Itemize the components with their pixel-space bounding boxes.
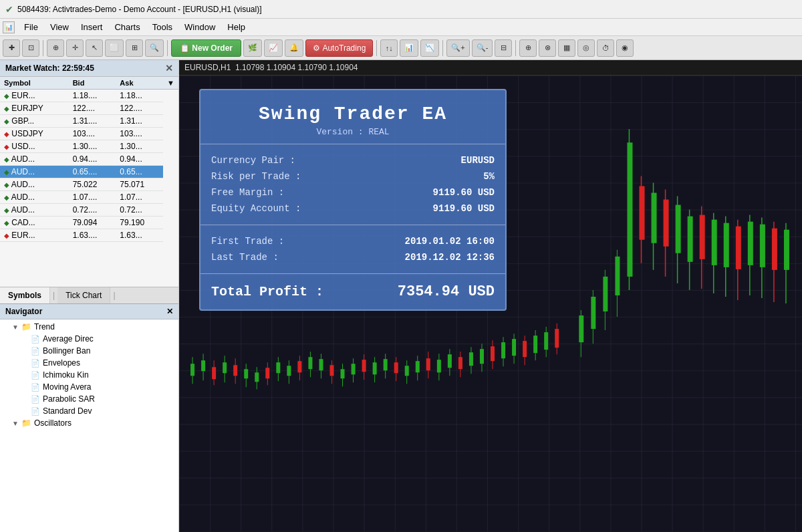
market-row[interactable]: ◆ EURJPY 122.... 122.... bbox=[0, 102, 178, 115]
svg-rect-75 bbox=[591, 297, 595, 329]
toolbar-btn-11[interactable]: ▦ bbox=[558, 39, 575, 57]
market-row[interactable]: ◆ EUR... 1.63.... 1.63... bbox=[0, 229, 178, 242]
market-row-symbol: ◆ AUD... bbox=[0, 166, 69, 178]
indicator-icon: 📄 bbox=[31, 347, 40, 356]
market-row[interactable]: ◆ AUD... 0.94.... 0.94... bbox=[0, 153, 178, 166]
menu-file[interactable]: File bbox=[19, 21, 43, 33]
market-row-symbol: ◆ AUD... bbox=[0, 191, 69, 204]
toolbar-btn-rect[interactable]: ⬜ bbox=[105, 39, 124, 57]
menu-charts[interactable]: Charts bbox=[109, 21, 145, 33]
indicator-icon: 📄 bbox=[31, 371, 40, 380]
toolbar-btn-grid[interactable]: ⊞ bbox=[126, 39, 143, 57]
nav-item-label: Average Direc bbox=[43, 334, 94, 344]
direction-icon: ◆ bbox=[4, 156, 9, 163]
direction-icon: ◆ bbox=[4, 130, 9, 138]
svg-rect-15 bbox=[255, 372, 259, 382]
svg-rect-33 bbox=[352, 364, 356, 374]
menu-view[interactable]: View bbox=[45, 21, 74, 33]
navigator-close[interactable]: ✕ bbox=[166, 307, 173, 316]
nav-item-label: Oscillators bbox=[34, 418, 72, 428]
nav-tree-item[interactable]: 📄 Envelopes bbox=[0, 357, 178, 369]
svg-rect-49 bbox=[437, 360, 441, 372]
svg-rect-103 bbox=[760, 225, 765, 267]
toolbar-chart-2[interactable]: 📊 bbox=[400, 39, 418, 57]
market-row-bid: 1.07.... bbox=[69, 191, 116, 204]
app-icon: 📊 bbox=[3, 21, 15, 33]
toolbar-btn-8[interactable]: ⊟ bbox=[495, 39, 512, 57]
main-layout: Market Watch: 22:59:45 ✕ Symbol Bid Ask … bbox=[0, 60, 802, 532]
market-row[interactable]: ◆ USDJPY 103.... 103.... bbox=[0, 128, 178, 140]
toolbar-btn-last[interactable]: ◉ bbox=[616, 39, 634, 57]
market-row-bid: 1.31.... bbox=[69, 115, 116, 128]
ea-info-row: Free Margin : 9119.60 USD bbox=[211, 184, 495, 201]
toolbar-btn-1[interactable]: ✚ bbox=[3, 39, 20, 57]
nav-item-label: Bollinger Ban bbox=[43, 346, 90, 356]
market-row[interactable]: ◆ USD... 1.30.... 1.30... bbox=[0, 140, 178, 153]
menu-insert[interactable]: Insert bbox=[76, 21, 108, 33]
toolbar-chart-3[interactable]: 📉 bbox=[420, 39, 439, 57]
market-row-ask: 79.190 bbox=[116, 217, 163, 229]
market-row[interactable]: ◆ AUD... 1.07.... 1.07... bbox=[0, 191, 178, 204]
toolbar-btn-10[interactable]: ⊗ bbox=[539, 39, 556, 57]
svg-rect-41 bbox=[394, 362, 398, 373]
chart-prices: 1.10798 1.10904 1.10790 1.10904 bbox=[235, 63, 358, 72]
menu-tools[interactable]: Tools bbox=[147, 21, 178, 33]
svg-rect-89 bbox=[676, 205, 681, 253]
menu-help[interactable]: Help bbox=[222, 21, 251, 33]
auto-trading-button[interactable]: ⚙ AutoTrading bbox=[305, 39, 373, 57]
toolbar-btn-7[interactable]: 🔔 bbox=[285, 39, 303, 57]
market-watch-close[interactable]: ✕ bbox=[165, 63, 173, 74]
toolbar-btn-3[interactable]: ⊕ bbox=[47, 39, 64, 57]
ea-title-section: Swing Trader EA Version : REAL bbox=[200, 90, 505, 144]
toolbar-btn-6[interactable]: 📈 bbox=[264, 39, 283, 57]
svg-rect-31 bbox=[341, 369, 345, 378]
ea-trade-row: First Trade : 2019.01.02 16:00 bbox=[211, 233, 495, 249]
ea-profit-label: Total Profit : bbox=[211, 284, 323, 299]
nav-tree-item[interactable]: 📄 Standard Dev bbox=[0, 405, 178, 417]
tab-symbols[interactable]: Symbols bbox=[0, 287, 50, 303]
nav-tree-item[interactable]: 📄 Ichimoku Kin bbox=[0, 369, 178, 381]
nav-tree-item[interactable]: ▼ 📁 Trend bbox=[0, 321, 178, 333]
toolbar-btn-zoom[interactable]: 🔍 bbox=[145, 39, 164, 57]
svg-rect-91 bbox=[688, 217, 693, 262]
indicator-icon: 📄 bbox=[31, 407, 40, 416]
direction-icon: ◆ bbox=[4, 181, 9, 188]
toolbar-btn-crosshair[interactable]: ✛ bbox=[66, 39, 84, 57]
nav-tree-item[interactable]: 📄 Average Direc bbox=[0, 333, 178, 345]
nav-tree-item[interactable]: 📄 Bollinger Ban bbox=[0, 345, 178, 357]
market-row[interactable]: ◆ AUD... 0.72.... 0.72... bbox=[0, 204, 178, 217]
new-order-button[interactable]: 📋 New Order bbox=[171, 39, 241, 57]
toolbar-btn-2[interactable]: ⊡ bbox=[22, 39, 39, 57]
toolbar-btn-clock[interactable]: ⏱ bbox=[597, 39, 614, 57]
market-row[interactable]: ◆ AUD... 75.022 75.071 bbox=[0, 178, 178, 191]
title-bar: ✔ 5084439: Activtrades-Demo - Demo Accou… bbox=[0, 0, 802, 19]
market-row-symbol: ◆ AUD... bbox=[0, 204, 69, 217]
market-row[interactable]: ◆ CAD... 79.094 79.190 bbox=[0, 217, 178, 229]
market-row[interactable]: ◆ EUR... 1.18.... 1.18... bbox=[0, 90, 178, 102]
toolbar-zoom-out[interactable]: 🔍- bbox=[472, 39, 493, 57]
toolbar-zoom-in[interactable]: 🔍+ bbox=[446, 39, 469, 57]
nav-tree-item[interactable]: 📄 Parabolic SAR bbox=[0, 393, 178, 405]
toolbar-btn-5[interactable]: 🌿 bbox=[243, 39, 262, 57]
nav-tree-item[interactable]: 📄 Moving Avera bbox=[0, 381, 178, 393]
navigator-content[interactable]: ▼ 📁 Trend 📄 Average Direc 📄 Bollinger Ba… bbox=[0, 319, 178, 532]
market-watch-table-container[interactable]: Symbol Bid Ask ▼ ◆ EUR... 1.18.... 1.18.… bbox=[0, 77, 178, 287]
chart-area[interactable]: EURUSD,H1 1.10798 1.10904 1.10790 1.1090… bbox=[179, 60, 802, 532]
market-row-symbol: ◆ CAD... bbox=[0, 217, 69, 229]
nav-tree-item[interactable]: ▼ 📁 Oscillators bbox=[0, 417, 178, 429]
toolbar-btn-arrow[interactable]: ↖ bbox=[86, 39, 103, 57]
market-row[interactable]: ◆ AUD... 0.65.... 0.65... bbox=[0, 166, 178, 178]
tab-tick-chart[interactable]: Tick Chart bbox=[57, 287, 110, 303]
svg-rect-13 bbox=[244, 369, 248, 378]
toolbar-chart-1[interactable]: ↑↓ bbox=[380, 39, 398, 57]
svg-rect-23 bbox=[297, 361, 301, 372]
market-row[interactable]: ◆ GBP... 1.31.... 1.31... bbox=[0, 115, 178, 128]
toolbar-btn-12[interactable]: ◎ bbox=[577, 39, 595, 57]
ea-row-label: Risk per Trade : bbox=[211, 171, 301, 182]
svg-rect-25 bbox=[308, 357, 312, 369]
toolbar-btn-9[interactable]: ⊕ bbox=[519, 39, 537, 57]
menu-window[interactable]: Window bbox=[179, 21, 221, 33]
market-row-symbol: ◆ AUD... bbox=[0, 153, 69, 166]
direction-icon: ◆ bbox=[4, 207, 9, 214]
nav-item-label: Envelopes bbox=[43, 358, 80, 368]
